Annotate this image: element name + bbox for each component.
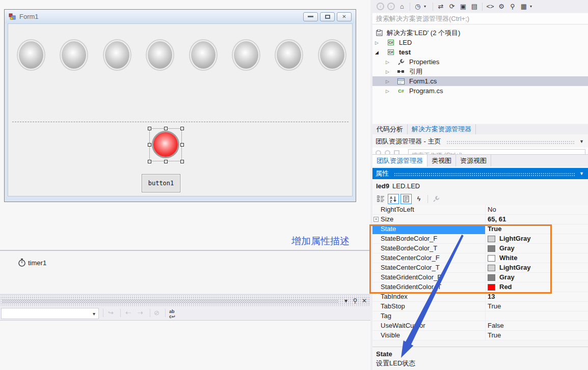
tree-item-form1-cs[interactable]: ▷Form1.cs — [372, 76, 588, 86]
view-code-icon[interactable]: <> — [485, 3, 495, 10]
property-row-StateBordeColor_T[interactable]: StateBordeColor_TGray — [372, 244, 588, 253]
output-content[interactable] — [0, 321, 370, 370]
property-row-Visible[interactable]: VisibleTrue — [372, 331, 588, 340]
sync-icon[interactable]: ⇄ — [436, 3, 446, 10]
property-row-State[interactable]: StateTrue — [372, 224, 588, 234]
more-caret-icon[interactable]: ▾ — [530, 4, 536, 9]
property-pages-icon[interactable] — [431, 194, 442, 204]
property-value[interactable] — [486, 311, 588, 321]
property-value[interactable]: LightGray — [486, 263, 588, 272]
categorized-icon[interactable] — [375, 194, 386, 204]
panel-dropdown-caret-icon[interactable]: ▾ — [342, 297, 350, 304]
property-row-TabStop[interactable]: TabStopTrue — [372, 302, 588, 311]
panel-close-icon[interactable]: ✕ — [360, 297, 368, 304]
solution-search-box[interactable]: 搜索解决方案资源管理器(Ctrl+;) — [372, 13, 588, 24]
property-row-StateBordeColor_F[interactable]: StateBordeColor_FLightGray — [372, 234, 588, 244]
property-value[interactable]: White — [486, 253, 588, 263]
wrench-icon[interactable]: ⚙ — [496, 3, 506, 10]
events-icon[interactable]: ϟ — [413, 194, 424, 204]
property-value[interactable]: Gray — [486, 273, 588, 282]
resize-handle[interactable] — [148, 160, 151, 163]
collapse-arrow-icon[interactable]: ◢ — [375, 50, 379, 55]
property-value[interactable]: False — [486, 321, 588, 330]
output-source-combobox[interactable]: ▾ — [1, 308, 99, 319]
property-row-StateGridentColor_T[interactable]: StateGridentColor_TRed — [372, 282, 588, 292]
resize-handle[interactable] — [164, 127, 168, 130]
forward-icon[interactable]: › — [387, 3, 395, 10]
form1-titlebar[interactable]: Form1 ✕ — [5, 10, 356, 23]
property-row-Size[interactable]: +Size65, 61 — [372, 215, 588, 224]
property-value[interactable]: No — [486, 205, 588, 214]
property-row-UseWaitCursor[interactable]: UseWaitCursorFalse — [372, 321, 588, 331]
team-search-box[interactable]: 搜索工作项 (Ctrl+') — [408, 149, 585, 154]
resize-handle[interactable] — [164, 160, 168, 163]
pin-icon[interactable]: ⚲ — [351, 297, 359, 304]
tab-类视图[interactable]: 类视图 — [427, 155, 456, 166]
property-row-StateCenterColor_F[interactable]: StateCenterColor_FWhite — [372, 253, 588, 263]
resize-handle[interactable] — [148, 127, 151, 130]
property-value[interactable]: Gray — [486, 244, 588, 253]
property-value[interactable]: True — [486, 331, 588, 340]
prev-message-icon[interactable]: ⇠ — [125, 309, 131, 317]
expand-arrow-icon[interactable]: ▷ — [375, 40, 379, 45]
led-off[interactable] — [146, 39, 174, 71]
tree-item------led---2-----[interactable]: 解决方案'LED' (2 个项目) — [372, 28, 588, 38]
tab-资源视图[interactable]: 资源视图 — [456, 155, 491, 166]
tree-item-program-cs[interactable]: ▷C#Program.cs — [372, 86, 588, 96]
property-row-Tag[interactable]: Tag — [372, 311, 588, 321]
minimize-button[interactable] — [303, 12, 318, 21]
diagram-icon[interactable]: ▦ — [519, 3, 529, 10]
maximize-button[interactable] — [320, 12, 335, 21]
property-row-StateGridentColor_F[interactable]: StateGridentColor_FGray — [372, 273, 588, 282]
led9-red-led[interactable] — [152, 131, 179, 158]
resize-handle[interactable] — [180, 127, 184, 130]
property-value[interactable]: 13 — [486, 292, 588, 301]
properties-header[interactable]: 属性 ▼ — [372, 168, 588, 179]
property-value[interactable]: 65, 61 — [486, 215, 588, 224]
find-message-icon[interactable]: ↪ — [108, 309, 114, 317]
properties-object-selector[interactable]: led9 LED.LED — [372, 180, 588, 192]
property-value[interactable]: True — [486, 302, 588, 311]
tab-解决方案资源管理器[interactable]: 解决方案资源管理器 — [408, 124, 476, 134]
tree-item-properties[interactable]: ▷Properties — [372, 57, 588, 67]
close-button[interactable]: ✕ — [337, 12, 352, 21]
team-header-caret-icon[interactable]: ▼ — [579, 139, 584, 144]
history-caret-icon[interactable]: ▾ — [424, 4, 430, 9]
search-icon[interactable]: ⚲ — [507, 3, 518, 10]
properties-icon[interactable] — [400, 194, 412, 204]
preview-code-icon[interactable]: ▤ — [469, 3, 479, 10]
expand-arrow-icon[interactable]: ▷ — [386, 60, 389, 65]
resize-handle[interactable] — [180, 160, 184, 163]
collapse-all-icon[interactable]: ▣ — [458, 3, 468, 10]
led-off[interactable] — [60, 39, 88, 71]
home-icon[interactable]: ⌂ — [397, 3, 407, 10]
expand-arrow-icon[interactable]: ▷ — [386, 69, 389, 74]
resize-handle[interactable] — [148, 143, 151, 147]
led-off[interactable] — [318, 39, 346, 71]
alphabetical-icon[interactable]: AZ — [388, 194, 399, 204]
expand-arrow-icon[interactable]: ▷ — [386, 89, 389, 94]
tab-代码分析[interactable]: 代码分析 — [372, 124, 408, 134]
property-row-StateCenterColor_T[interactable]: StateCenterColor_TLightGray — [372, 263, 588, 273]
button1[interactable]: button1 — [142, 174, 180, 192]
properties-header-caret-icon[interactable]: ▼ — [579, 171, 584, 176]
timer1-component[interactable]: timer1 — [18, 259, 46, 267]
property-value[interactable]: LightGray — [486, 234, 588, 243]
property-row-TabIndex[interactable]: TabIndex13 — [372, 292, 588, 302]
tree-item-led[interactable]: ▷C#LED — [372, 38, 588, 47]
led-off[interactable] — [103, 39, 131, 71]
property-value[interactable]: True — [486, 224, 588, 234]
property-row-RightToLeft[interactable]: RightToLeftNo — [372, 205, 588, 215]
expand-plus-icon[interactable]: + — [373, 217, 379, 222]
word-wrap-icon[interactable]: abc↵ — [169, 309, 176, 319]
tree-item---[interactable]: ▷引用 — [372, 67, 588, 76]
refresh-icon[interactable]: ⟳ — [447, 3, 457, 10]
led-off[interactable] — [275, 39, 303, 71]
led-off[interactable] — [17, 39, 45, 71]
property-value[interactable]: Red — [486, 282, 588, 292]
clear-all-icon[interactable]: ⊘ — [154, 309, 159, 317]
team-explorer-header[interactable]: 团队资源管理器 - 主页 ▼ — [372, 135, 588, 147]
resize-handle[interactable] — [180, 143, 184, 147]
led-off[interactable] — [189, 39, 218, 71]
back-icon[interactable]: ‹ — [377, 3, 384, 10]
